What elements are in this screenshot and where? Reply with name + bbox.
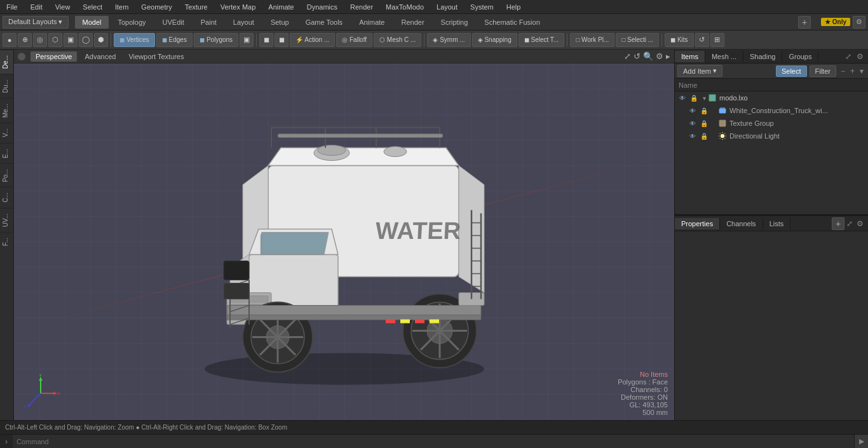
tool-scale-icon[interactable]: ⬡	[48, 33, 62, 47]
layout-tab-animate[interactable]: Animate	[351, 16, 392, 29]
tool-select-icon[interactable]: ●	[3, 33, 17, 47]
vis-truck[interactable]: 👁	[688, 105, 698, 116]
menu-select[interactable]: Select	[76, 2, 109, 12]
vp-tab-viewport-textures[interactable]: Viewport Textures	[123, 51, 189, 62]
vertices-button[interactable]: ◼ Vertices	[114, 33, 155, 47]
vis-icon-2[interactable]: ◼	[275, 33, 288, 47]
items-filter-button[interactable]: Filter	[810, 65, 836, 77]
menu-system[interactable]: System	[464, 2, 500, 12]
vp-expand-icon[interactable]: ▸	[666, 51, 670, 61]
menu-render[interactable]: Render	[344, 2, 379, 12]
menu-item[interactable]: Item	[109, 2, 135, 12]
action-button[interactable]: ⚡ Action ...	[290, 33, 335, 47]
selecti-button[interactable]: □ Selecti ...	[616, 33, 659, 47]
items-minus-icon[interactable]: −	[839, 67, 847, 76]
tab-items[interactable]: Items	[675, 51, 705, 62]
vis-texture[interactable]: 👁	[688, 118, 698, 128]
expand-light[interactable]: ▸	[710, 132, 718, 140]
items-expand-icon[interactable]: ⤢	[843, 52, 853, 61]
sidebar-tab-v[interactable]: V...	[0, 123, 13, 142]
viewport-toggle[interactable]	[18, 53, 25, 60]
snapping-button[interactable]: ◈ Snapping	[472, 33, 517, 47]
layout-tab-schematic[interactable]: Schematic Fusion	[477, 16, 547, 29]
tree-item-modo-lxo[interactable]: 👁 🔒 ▾ modo.lxo	[675, 92, 868, 104]
items-arrow-icon[interactable]: ▾	[858, 67, 865, 76]
layout-tab-gametools[interactable]: Game Tools	[298, 16, 351, 29]
prop-add-button[interactable]: +	[832, 217, 844, 230]
work-pl-button[interactable]: □ Work Pl...	[570, 33, 614, 47]
menu-file[interactable]: File	[0, 2, 24, 12]
tab-properties[interactable]: Properties	[675, 218, 720, 229]
sidebar-tab-uv[interactable]: UV...	[0, 208, 13, 232]
tool-move-icon[interactable]: ⊕	[18, 33, 32, 47]
tree-item-texture-group[interactable]: 👁 🔒 ▸ Texture Group	[675, 117, 868, 130]
edges-button[interactable]: ◼ Edges	[156, 33, 193, 47]
expand-truck[interactable]: ▸	[710, 107, 718, 114]
vp-fit-icon[interactable]: ⤢	[624, 51, 631, 61]
command-input[interactable]	[13, 435, 854, 448]
add-item-button[interactable]: Add Item ▾	[677, 65, 722, 77]
tool-rotate-icon[interactable]: ◎	[33, 33, 47, 47]
vp-search-icon[interactable]: 🔍	[643, 51, 653, 61]
tab-mesh[interactable]: Mesh ...	[705, 51, 743, 62]
sidebar-tab-e[interactable]: E...	[0, 143, 13, 163]
prop-settings-icon[interactable]: ⚙	[855, 219, 865, 228]
undo-icon[interactable]: ↺	[695, 33, 709, 47]
tab-shading[interactable]: Shading	[743, 51, 782, 62]
expand-modo-lxo[interactable]: ▾	[700, 94, 708, 102]
sidebar-tab-f[interactable]: F...	[0, 232, 13, 251]
tool-circle-icon[interactable]: ◯	[79, 33, 93, 47]
sidebar-tab-c[interactable]: C...	[0, 187, 13, 208]
layout-tab-layout[interactable]: Layout	[226, 16, 262, 29]
sidebar-tab-du[interactable]: Du...	[0, 74, 13, 98]
falloff-button[interactable]: ◎ Falloff	[336, 33, 372, 47]
vp-tab-perspective[interactable]: Perspective	[31, 51, 77, 62]
menu-dynamics[interactable]: Dynamics	[301, 2, 344, 12]
menu-view[interactable]: View	[49, 2, 77, 12]
vis-icon-1[interactable]: ◼	[259, 33, 273, 47]
vp-settings-icon[interactable]: ⚙	[656, 51, 663, 61]
layout-tab-scripting[interactable]: Scripting	[433, 16, 476, 29]
vp-tab-advanced[interactable]: Advanced	[79, 51, 121, 62]
layout-tab-model[interactable]: Model	[75, 16, 109, 29]
kits-button[interactable]: ◼ Kits	[665, 33, 693, 47]
sidebar-tab-de[interactable]: De...	[0, 50, 13, 74]
prop-expand-icon[interactable]: ⤢	[844, 219, 855, 228]
tool-transform-icon[interactable]: ▣	[64, 33, 78, 47]
menu-layout[interactable]: Layout	[430, 2, 464, 12]
sidebar-tab-me[interactable]: Me...	[0, 98, 13, 123]
items-settings-icon[interactable]: ⚙	[855, 52, 865, 61]
layout-tab-paint[interactable]: Paint	[193, 16, 224, 29]
tool-hex-icon[interactable]: ⬢	[94, 33, 108, 47]
layout-tab-render[interactable]: Render	[393, 16, 431, 29]
mesh-c-button[interactable]: ⬡ Mesh C ...	[374, 33, 421, 47]
items-select-button[interactable]: Select	[776, 65, 807, 77]
layout-settings-button[interactable]: ⚙	[853, 16, 865, 29]
items-plus-icon[interactable]: +	[848, 67, 857, 76]
mesh-icon[interactable]: ▣	[240, 33, 254, 47]
select-t-button[interactable]: ◼ Select T...	[519, 33, 565, 47]
tab-lists[interactable]: Lists	[763, 218, 791, 229]
grid-icon[interactable]: ⊞	[710, 33, 724, 47]
menu-geometry[interactable]: Geometry	[135, 2, 178, 12]
menu-animate[interactable]: Animate	[262, 2, 300, 12]
symm-button[interactable]: ◈ Symm ...	[427, 33, 470, 47]
vis-modo-lxo[interactable]: 👁	[677, 93, 688, 103]
menu-edit[interactable]: Edit	[24, 2, 49, 12]
items-tree[interactable]: 👁 🔒 ▾ modo.lxo 👁 🔒 ▸	[675, 92, 868, 214]
menu-maxtomodo[interactable]: MaxToModo	[379, 2, 430, 12]
layout-tab-setup[interactable]: Setup	[263, 16, 297, 29]
layout-tab-uvedit[interactable]: UVEdit	[155, 16, 192, 29]
tree-item-truck[interactable]: 👁 🔒 ▸ White_Construction_Truck_wi...	[675, 104, 868, 117]
star-only-badge[interactable]: ★ Only	[821, 18, 850, 26]
layout-add-button[interactable]: +	[798, 16, 811, 29]
vis-light[interactable]: 👁	[688, 131, 698, 141]
menu-vertex-map[interactable]: Vertex Map	[214, 2, 262, 12]
layout-tab-topology[interactable]: Topology	[110, 16, 153, 29]
menu-help[interactable]: Help	[500, 2, 527, 12]
menu-texture[interactable]: Texture	[179, 2, 214, 12]
expand-texture[interactable]: ▸	[710, 119, 718, 127]
command-arrow[interactable]: ›	[0, 435, 13, 449]
layout-dropdown[interactable]: Default Layouts ▾	[3, 16, 69, 29]
vp-refresh-icon[interactable]: ↺	[634, 51, 641, 61]
